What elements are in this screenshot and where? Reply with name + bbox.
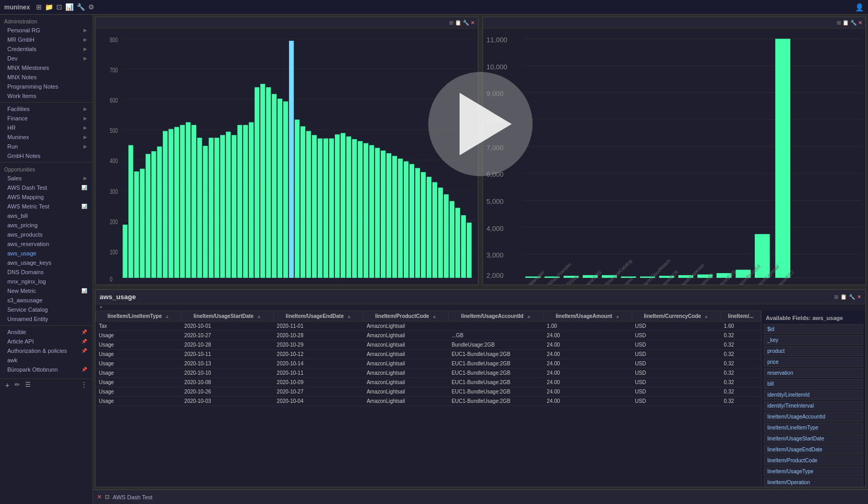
- col-amount[interactable]: lineItem/UsageAmount ▲: [544, 311, 632, 322]
- col-enddate[interactable]: lineItem/UsageEndDate ▲: [274, 311, 364, 322]
- left-chart-copy-icon[interactable]: 📋: [455, 20, 461, 26]
- sidebar-item-mr-gmbh[interactable]: MR GmbH ▶: [0, 35, 92, 44]
- sidebar-item-aws-dash-test[interactable]: AWS Dash Test 📊: [0, 183, 92, 192]
- cell-product: AmazonLightsail: [364, 368, 449, 378]
- add-icon[interactable]: +: [5, 381, 9, 389]
- field-item[interactable]: identity/TimeInterval: [764, 401, 863, 411]
- sidebar-item-auth-policies[interactable]: Authorization & policies 📌: [0, 346, 92, 355]
- left-chart-tool-icon[interactable]: 🔧: [463, 20, 469, 26]
- field-item[interactable]: lineItem/ProductCode: [764, 456, 863, 465]
- col-startdate[interactable]: lineItem/UsageStartDate ▲: [181, 311, 273, 322]
- sidebar-item-hr[interactable]: HR ▶: [0, 123, 92, 132]
- field-item[interactable]: lineItem/UsageType: [764, 466, 863, 476]
- grid-icon[interactable]: ⊞: [36, 3, 42, 11]
- table-row[interactable]: Usage 2020-10-13 2020-10-14 AmazonLights…: [96, 359, 761, 368]
- field-item[interactable]: identity/LineItemId: [764, 390, 863, 400]
- right-chart-copy-icon[interactable]: 📋: [842, 20, 849, 26]
- field-item[interactable]: bill: [764, 379, 863, 389]
- table-row[interactable]: Usage 2020-10-26 2020-10-27 AmazonLights…: [96, 387, 761, 397]
- cell-type: Usage: [96, 340, 182, 350]
- table-row[interactable]: Usage 2020-10-03 2020-10-04 AmazonLights…: [96, 397, 761, 406]
- field-item[interactable]: product: [764, 346, 863, 356]
- right-chart-close-icon[interactable]: ✕: [858, 20, 862, 26]
- bottom-x-icon[interactable]: ✕: [97, 494, 102, 500]
- menu-icon[interactable]: ☰: [25, 381, 31, 389]
- sidebar-item-service-catalog[interactable]: Service Catalog: [0, 305, 92, 314]
- sidebar-item-aws-usage[interactable]: aws_usage: [0, 249, 92, 258]
- sidebar-item-dev[interactable]: Dev ▶: [0, 54, 92, 63]
- col-currency[interactable]: lineItem/CurrencyCode ▲: [632, 311, 720, 322]
- sidebar-item-aws-reservation[interactable]: aws_reservation: [0, 239, 92, 249]
- table-icon[interactable]: ⊡: [56, 3, 62, 11]
- sidebar-item-gmbh-notes[interactable]: GmbH Notes: [0, 151, 92, 161]
- table-row[interactable]: Tax 2020-10-01 2020-11-01 AmazonLightsai…: [96, 322, 761, 331]
- sidebar-item-aws-bill[interactable]: aws_bill: [0, 211, 92, 220]
- table-close-icon[interactable]: ✕: [857, 294, 861, 300]
- left-chart-close-icon[interactable]: ✕: [471, 20, 475, 26]
- sidebar-item-aws-mapping[interactable]: AWS Mapping: [0, 192, 92, 202]
- table-row[interactable]: Usage 2020-10-10 2020-10-11 AmazonLights…: [96, 368, 761, 378]
- field-item[interactable]: lineItem/UsageAccountId: [764, 412, 863, 422]
- table-row[interactable]: Usage 2020-10-28 2020-10-29 AmazonLights…: [96, 340, 761, 350]
- field-item[interactable]: lineItem/UsageEndDate: [764, 445, 863, 454]
- sidebar-item-personal-rg[interactable]: Personal RG ▶: [0, 26, 92, 35]
- gear-icon[interactable]: ⚙: [88, 3, 94, 11]
- folder-icon[interactable]: 📁: [45, 3, 53, 11]
- col-account[interactable]: lineItem/UsageAccountId ▲: [449, 311, 544, 322]
- user-icon[interactable]: 👤: [855, 3, 864, 11]
- field-item[interactable]: _key: [764, 335, 863, 345]
- field-item[interactable]: lineItem/Operation: [764, 477, 863, 487]
- sidebar-item-sales[interactable]: Sales ▶: [0, 174, 92, 183]
- tool-icon[interactable]: 🔧: [77, 3, 85, 11]
- sidebar-item-run[interactable]: Run ▶: [0, 142, 92, 151]
- sidebar-item-aws-metric-test[interactable]: AWS Metric Test 📊: [0, 202, 92, 211]
- col-linetype[interactable]: lineItem/LineItemType ▲: [96, 311, 182, 322]
- table-copy-icon[interactable]: 📋: [840, 294, 847, 300]
- table-row[interactable]: Usage 2020-10-27 2020-10-28 AmazonLights…: [96, 331, 761, 340]
- sidebar-item-aws-products[interactable]: aws_products: [0, 230, 92, 239]
- cell-currency: USD: [632, 322, 720, 331]
- sidebar-item-finance[interactable]: Finance ▶: [0, 114, 92, 123]
- bottom-dash-label[interactable]: AWS Dash Test: [113, 494, 152, 500]
- sidebar-item-awk[interactable]: awk: [0, 355, 92, 365]
- col-extra[interactable]: lineItem/...: [721, 311, 761, 322]
- table-tool-icon[interactable]: 🔧: [849, 294, 855, 300]
- field-item[interactable]: $id: [764, 324, 863, 334]
- sidebar-item-facilities[interactable]: Facilities ▶: [0, 104, 92, 114]
- right-chart-tool-icon[interactable]: 🔧: [850, 20, 857, 26]
- table-grid-icon[interactable]: ⊞: [834, 294, 838, 300]
- sidebar-item-mnx-notes[interactable]: MNX Notes: [0, 72, 92, 82]
- field-item[interactable]: price: [764, 357, 863, 367]
- sidebar-item-aws-usage-keys[interactable]: aws_usage_keys: [0, 258, 92, 267]
- sidebar-item-buropark[interactable]: Büropark Ottobrunn 📌: [0, 365, 92, 374]
- cell-end: 2020-11-01: [274, 322, 364, 331]
- table-row[interactable]: Usage 2020-10-08 2020-10-09 AmazonLights…: [96, 378, 761, 387]
- sidebar-item-aws-pricing[interactable]: aws_pricing: [0, 220, 92, 230]
- sidebar-item-muninex[interactable]: Muninex ▶: [0, 132, 92, 142]
- sidebar-item-mnx-milestones[interactable]: MNX Milestones: [0, 63, 92, 72]
- play-button[interactable]: [428, 72, 533, 176]
- sidebar-item-programming-notes[interactable]: Programming Notes: [0, 82, 92, 91]
- sidebar-item-ansible[interactable]: Ansible 📌: [0, 327, 92, 337]
- sidebar-item-mnx-nginx-log[interactable]: mnx_nginx_log: [0, 277, 92, 286]
- settings-icon[interactable]: ⋮: [81, 381, 87, 389]
- sidebar-item-unnamed-entity[interactable]: Unnamed Entity: [0, 314, 92, 324]
- sidebar-item-new-metric[interactable]: New Metric 📊: [0, 286, 92, 296]
- sidebar-item-work-items[interactable]: Work Items: [0, 91, 92, 101]
- field-item[interactable]: lineItem/LineItemType: [764, 423, 863, 433]
- sidebar-item-credentials[interactable]: Credentials ▶: [0, 44, 92, 54]
- table-row[interactable]: Usage 2020-10-11 2020-10-12 AmazonLights…: [96, 350, 761, 359]
- field-item[interactable]: reservation: [764, 368, 863, 378]
- chart-icon[interactable]: 📊: [65, 3, 74, 11]
- cell-currency: USD: [632, 331, 720, 340]
- edit-icon[interactable]: ✏: [15, 381, 20, 389]
- bottom-table-icon[interactable]: ⊡: [105, 494, 110, 500]
- right-chart-grid-icon[interactable]: ⊞: [837, 20, 841, 26]
- col-productcode[interactable]: lineItem/ProductCode ▲: [364, 311, 449, 322]
- field-item[interactable]: lineItem/UsageStartDate: [764, 434, 863, 444]
- sidebar-item-article-api[interactable]: Article API 📌: [0, 337, 92, 346]
- sidebar-item-dns-domains[interactable]: DNS Domains: [0, 267, 92, 277]
- left-chart-grid-icon[interactable]: ⊞: [449, 20, 453, 26]
- sidebar-item-s3-awsusage[interactable]: s3_awsusage: [0, 296, 92, 305]
- main-table-area[interactable]: lineItem/LineItemType ▲ lineItem/UsageSt…: [95, 311, 761, 487]
